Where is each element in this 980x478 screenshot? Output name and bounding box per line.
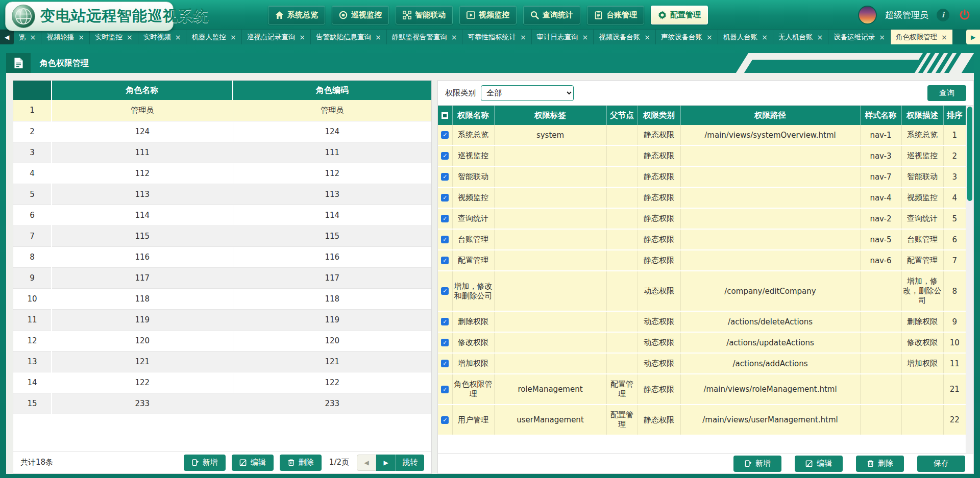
role-row-15[interactable]: 15233233 xyxy=(13,393,431,414)
select-all-checkbox[interactable] xyxy=(442,112,448,119)
tab-close-icon[interactable]: × xyxy=(451,33,457,41)
permission-row-3[interactable]: ✓智能联动静态权限nav-7智能联动3 xyxy=(438,166,966,187)
permission-row-7[interactable]: ✓配置管理静态权限nav-6配置管理7 xyxy=(438,250,966,271)
role-delete-button[interactable]: 删除 xyxy=(280,455,322,471)
tab-1[interactable]: 览× xyxy=(14,30,41,44)
tab-12[interactable]: 声纹设备台账× xyxy=(656,30,718,44)
row-checkbox[interactable]: ✓ xyxy=(441,173,449,181)
tab-close-icon[interactable]: × xyxy=(299,33,305,41)
row-checkbox[interactable]: ✓ xyxy=(441,287,449,295)
role-add-button[interactable]: 新增 xyxy=(184,455,226,471)
role-row-13[interactable]: 13121121 xyxy=(13,351,431,372)
vertical-scrollbar[interactable] xyxy=(966,106,973,453)
tab-scroll-left-icon[interactable]: ◀ xyxy=(0,30,14,44)
tab-16[interactable]: 角色权限管理× xyxy=(891,30,953,44)
role-row-8[interactable]: 8116116 xyxy=(13,246,431,267)
role-row-9[interactable]: 9117117 xyxy=(13,267,431,288)
info-icon[interactable]: i xyxy=(937,9,949,21)
row-checkbox[interactable]: ✓ xyxy=(441,416,449,424)
role-row-12[interactable]: 12120120 xyxy=(13,330,431,351)
tab-close-icon[interactable]: × xyxy=(230,33,236,41)
row-checkbox[interactable]: ✓ xyxy=(441,152,449,160)
tab-13[interactable]: 机器人台账× xyxy=(718,30,773,44)
permission-row-2[interactable]: ✓巡视监控静态权限nav-3巡视监控2 xyxy=(438,145,966,166)
row-checkbox[interactable]: ✓ xyxy=(441,318,449,325)
tab-close-icon[interactable]: × xyxy=(520,33,526,41)
role-row-3[interactable]: 3111111 xyxy=(13,142,431,163)
next-page-icon[interactable]: ▶ xyxy=(376,455,396,471)
nav-button-query-stats[interactable]: 查询统计 xyxy=(523,6,580,24)
nav-button-ledger-management[interactable]: 台账管理 xyxy=(587,6,644,24)
prev-page-icon[interactable]: ◀ xyxy=(357,455,376,471)
nav-button-system-overview[interactable]: 系统总览 xyxy=(268,6,325,24)
row-checkbox[interactable]: ✓ xyxy=(441,257,449,264)
tab-2[interactable]: 视频轮播× xyxy=(41,30,90,44)
permission-row-8[interactable]: ✓增加，修改和删除公司动态权限/company/editCompany增加，修改… xyxy=(438,271,966,311)
tab-14[interactable]: 无人机台账× xyxy=(773,30,828,44)
tab-8[interactable]: 静默监视告警查询× xyxy=(387,30,463,44)
row-checkbox[interactable]: ✓ xyxy=(441,236,449,243)
tab-scroll-right-icon[interactable]: ▶ xyxy=(966,30,980,44)
role-row-5[interactable]: 5113113 xyxy=(13,184,431,205)
tab-close-icon[interactable]: × xyxy=(127,33,133,41)
tab-6[interactable]: 巡视点记录查询× xyxy=(242,30,311,44)
role-row-6[interactable]: 6114114 xyxy=(13,205,431,225)
row-checkbox[interactable]: ✓ xyxy=(441,194,449,202)
tab-11[interactable]: 视频设备台账× xyxy=(594,30,656,44)
tab-close-icon[interactable]: × xyxy=(706,33,713,41)
permission-row-5[interactable]: ✓查询统计静态权限nav-2查询统计5 xyxy=(438,208,966,229)
avatar[interactable] xyxy=(858,6,877,24)
tab-close-icon[interactable]: × xyxy=(78,33,84,41)
tab-close-icon[interactable]: × xyxy=(941,33,947,41)
role-row-7[interactable]: 7115115 xyxy=(13,225,431,246)
permission-row-13[interactable]: ✓用户管理userManagement配置管理静态权限/main/views/u… xyxy=(438,405,966,435)
row-checkbox[interactable]: ✓ xyxy=(441,339,449,346)
tab-close-icon[interactable]: × xyxy=(879,33,885,41)
tab-close-icon[interactable]: × xyxy=(582,33,589,41)
save-button[interactable]: 保存 xyxy=(917,456,965,472)
scrollbar-thumb[interactable] xyxy=(967,107,972,201)
row-checkbox[interactable]: ✓ xyxy=(441,360,449,367)
role-row-10[interactable]: 10118118 xyxy=(13,288,431,309)
nav-button-smart-linkage[interactable]: 智能联动 xyxy=(396,6,453,24)
role-row-14[interactable]: 14122122 xyxy=(13,372,431,393)
role-row-4[interactable]: 4112112 xyxy=(13,163,431,184)
search-button[interactable]: 查询 xyxy=(927,85,966,101)
permission-row-10[interactable]: ✓修改权限动态权限/actions/updateActions修改权限10 xyxy=(438,332,966,353)
perm-delete-button[interactable]: 删除 xyxy=(856,456,904,472)
perm-add-button[interactable]: 新增 xyxy=(733,456,781,472)
tab-4[interactable]: 实时视频× xyxy=(138,30,187,44)
role-row-11[interactable]: 11119119 xyxy=(13,309,431,330)
tab-7[interactable]: 告警缺陷信息查询× xyxy=(311,30,387,44)
row-checkbox[interactable]: ✓ xyxy=(441,386,449,393)
permission-row-12[interactable]: ✓角色权限管理roleManagement配置管理静态权限/main/views… xyxy=(438,374,966,405)
tab-close-icon[interactable]: × xyxy=(375,33,381,41)
row-checkbox[interactable]: ✓ xyxy=(441,131,449,139)
tab-close-icon[interactable]: × xyxy=(30,33,36,41)
permission-row-11[interactable]: ✓增加权限动态权限/actions/addActions增加权限11 xyxy=(438,353,966,374)
row-checkbox[interactable]: ✓ xyxy=(441,215,449,222)
tab-close-icon[interactable]: × xyxy=(762,33,768,41)
tab-3[interactable]: 实时监控× xyxy=(90,30,138,44)
tab-10[interactable]: 审计日志查询× xyxy=(532,30,594,44)
permission-row-6[interactable]: ✓台账管理静态权限nav-5台账管理6 xyxy=(438,229,966,250)
role-row-1[interactable]: 1管理员管理员 xyxy=(13,100,431,121)
power-icon[interactable] xyxy=(958,8,972,22)
permission-row-1[interactable]: ✓系统总览system静态权限/main/views/systemOvervie… xyxy=(438,125,966,145)
permission-type-select[interactable]: 全部 xyxy=(481,85,574,101)
tab-close-icon[interactable]: × xyxy=(817,33,823,41)
tab-close-icon[interactable]: × xyxy=(644,33,650,41)
permission-row-4[interactable]: ✓视频监控静态权限nav-4视频监控4 xyxy=(438,187,966,208)
jump-page-button[interactable]: 跳转 xyxy=(396,455,424,471)
tab-15[interactable]: 设备运维记录× xyxy=(828,30,891,44)
role-edit-button[interactable]: 编辑 xyxy=(232,455,274,471)
perm-edit-button[interactable]: 编辑 xyxy=(795,456,843,472)
tab-9[interactable]: 可靠性指标统计× xyxy=(462,30,531,44)
tab-5[interactable]: 机器人监控× xyxy=(186,30,241,44)
nav-button-video-monitor[interactable]: 视频监控 xyxy=(459,6,517,24)
role-row-2[interactable]: 2124124 xyxy=(13,121,431,142)
tab-close-icon[interactable]: × xyxy=(175,33,181,41)
nav-button-config-management[interactable]: 配置管理 xyxy=(651,6,708,24)
permission-row-9[interactable]: ✓删除权限动态权限/actions/deleteActions删除权限9 xyxy=(438,311,966,332)
nav-button-patrol-monitor[interactable]: 巡视监控 xyxy=(332,6,389,24)
